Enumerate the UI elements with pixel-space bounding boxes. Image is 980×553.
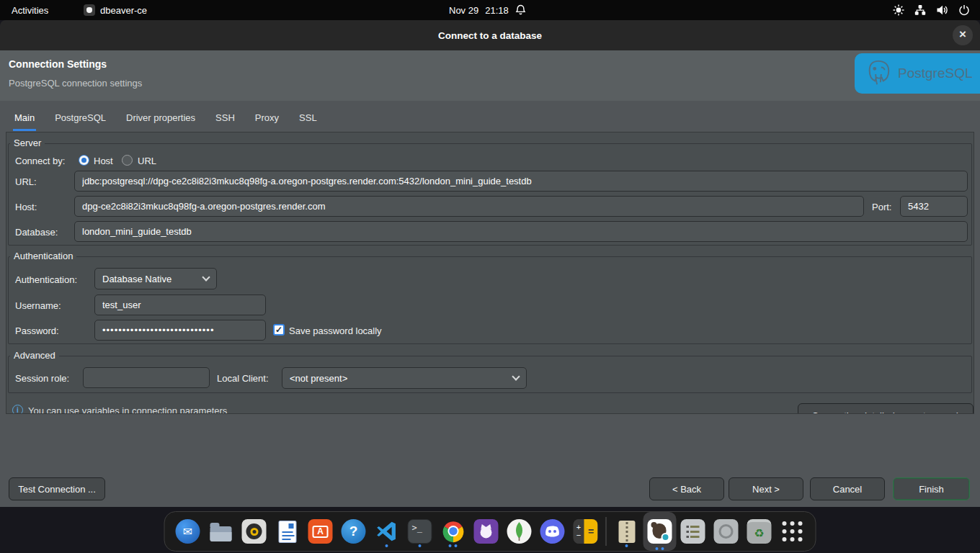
- dock-github-desktop[interactable]: [473, 516, 499, 547]
- connect-by-host-radio[interactable]: [79, 155, 89, 166]
- dock-trash[interactable]: ♻: [747, 516, 772, 547]
- notification-bell-icon: [515, 4, 526, 16]
- port-input[interactable]: [900, 196, 968, 217]
- desktop-bottom-band: ✉ A ? >_: [0, 507, 980, 553]
- dock-rhythmbox[interactable]: [241, 516, 267, 547]
- screen: Activities dbeaver-ce Nov 29 21:18: [0, 0, 980, 553]
- vscode-icon: [375, 520, 398, 543]
- database-input[interactable]: [74, 221, 968, 242]
- dock: ✉ A ? >_: [164, 511, 816, 552]
- ubuntu-software-icon: A: [308, 519, 333, 544]
- volume-icon: [936, 4, 948, 16]
- dock-vscode[interactable]: [374, 516, 400, 547]
- info-icon: [12, 405, 23, 414]
- focused-app-name: dbeaver-ce: [100, 5, 147, 16]
- tab-ssl[interactable]: SSL: [298, 109, 318, 131]
- close-icon[interactable]: [953, 25, 973, 45]
- database-label: Database:: [15, 227, 58, 238]
- driver-badge: PostgreSQL: [855, 53, 980, 94]
- authentication-group-legend: Authentication: [10, 251, 76, 261]
- page-title: Connection Settings: [9, 58, 107, 70]
- save-password-label[interactable]: Save password locally: [289, 325, 382, 336]
- help-icon: ?: [342, 519, 366, 544]
- dock-dbeaver[interactable]: [647, 516, 673, 547]
- dock-terminal[interactable]: >_: [407, 516, 433, 547]
- clock-date: Nov 29: [449, 5, 478, 16]
- tab-driver-properties[interactable]: Driver properties: [125, 109, 197, 131]
- archive-file-icon: [618, 521, 635, 543]
- dialog-titlebar[interactable]: Connect to a database: [0, 20, 980, 50]
- thunderbird-icon: ✉: [176, 519, 200, 544]
- save-password-checkbox[interactable]: [273, 324, 285, 336]
- advanced-group-legend: Advanced: [10, 350, 59, 361]
- dock-calculator[interactable]: +− =: [573, 516, 599, 547]
- dock-separator: [606, 517, 607, 546]
- dock-mongodb[interactable]: [507, 516, 533, 547]
- finish-button[interactable]: Finish: [893, 477, 970, 500]
- tab-proxy[interactable]: Proxy: [254, 109, 280, 131]
- chevron-down-icon: [202, 273, 210, 281]
- dock-files[interactable]: [208, 516, 234, 547]
- connect-by-url-radio[interactable]: [122, 155, 133, 166]
- tab-ssh[interactable]: SSH: [214, 109, 236, 131]
- postgresql-logo-icon: [865, 59, 892, 88]
- chevron-down-icon: [512, 372, 520, 380]
- authentication-select[interactable]: Database Native: [94, 268, 217, 289]
- url-input[interactable]: [74, 171, 968, 192]
- host-input[interactable]: [74, 196, 864, 217]
- dock-help[interactable]: ?: [341, 516, 367, 547]
- authentication-label: Authentication:: [15, 274, 77, 285]
- connect-by-url-radio-label[interactable]: URL: [138, 156, 156, 166]
- github-icon: [474, 519, 499, 544]
- dock-system-app[interactable]: [680, 516, 706, 547]
- connect-by-host-radio-label[interactable]: Host: [94, 156, 113, 166]
- cancel-button[interactable]: Cancel: [810, 477, 885, 500]
- connect-by-label: Connect by:: [15, 156, 65, 166]
- mongodb-icon: [507, 519, 532, 544]
- session-role-input[interactable]: [83, 367, 210, 388]
- dock-disks[interactable]: [713, 516, 739, 547]
- files-folder-icon: [210, 526, 232, 541]
- dialog-body: Main PostgreSQL Driver properties SSH Pr…: [0, 101, 980, 507]
- dbeaver-beaver-icon: [648, 519, 672, 544]
- terminal-icon: >_: [408, 519, 432, 544]
- power-icon: [958, 4, 970, 16]
- password-label: Password:: [15, 325, 59, 336]
- authentication-select-value: Database Native: [102, 274, 172, 284]
- test-connection-button[interactable]: Test Connection ...: [9, 477, 105, 500]
- back-button[interactable]: < Back: [649, 477, 724, 500]
- discord-icon: [540, 519, 565, 544]
- connection-details-button[interactable]: Connection details (name, type, ... ): [798, 403, 974, 414]
- session-role-label: Session role:: [15, 373, 69, 384]
- network-icon: [914, 4, 926, 16]
- username-label: Username:: [15, 300, 61, 311]
- clock-time: 21:18: [485, 5, 509, 16]
- focused-app-indicator[interactable]: dbeaver-ce: [78, 0, 153, 20]
- clock-button[interactable]: Nov 29 21:18: [443, 0, 532, 20]
- next-button[interactable]: Next >: [729, 477, 803, 500]
- password-input[interactable]: [94, 320, 266, 341]
- server-group-legend: Server: [10, 138, 45, 148]
- dock-ubuntu-software[interactable]: A: [308, 516, 334, 547]
- tab-main[interactable]: Main: [13, 109, 36, 131]
- tab-postgresql[interactable]: PostgreSQL: [53, 109, 107, 131]
- system-status-area[interactable]: [887, 0, 976, 20]
- dock-libreoffice-writer[interactable]: [275, 516, 300, 547]
- dbeaver-app-icon: [84, 4, 95, 16]
- rhythmbox-icon: [242, 519, 267, 544]
- dock-app-grid[interactable]: [780, 516, 806, 547]
- username-input[interactable]: [94, 295, 266, 315]
- local-client-label: Local Client:: [217, 373, 269, 384]
- settings-tabbar: Main PostgreSQL Driver properties SSH Pr…: [13, 109, 318, 131]
- driver-badge-label: PostgreSQL: [898, 66, 973, 81]
- dock-archive-manager[interactable]: [614, 516, 640, 547]
- app-grid-icon: [783, 521, 803, 541]
- activities-button[interactable]: Activities: [6, 0, 54, 20]
- chrome-icon: [441, 520, 465, 544]
- dock-discord[interactable]: [540, 516, 566, 547]
- local-client-select[interactable]: <not present>: [282, 367, 527, 389]
- dock-chrome[interactable]: [440, 516, 466, 547]
- activities-label: Activities: [12, 5, 48, 16]
- writer-document-icon: [278, 521, 296, 543]
- dock-thunderbird[interactable]: ✉: [175, 516, 201, 547]
